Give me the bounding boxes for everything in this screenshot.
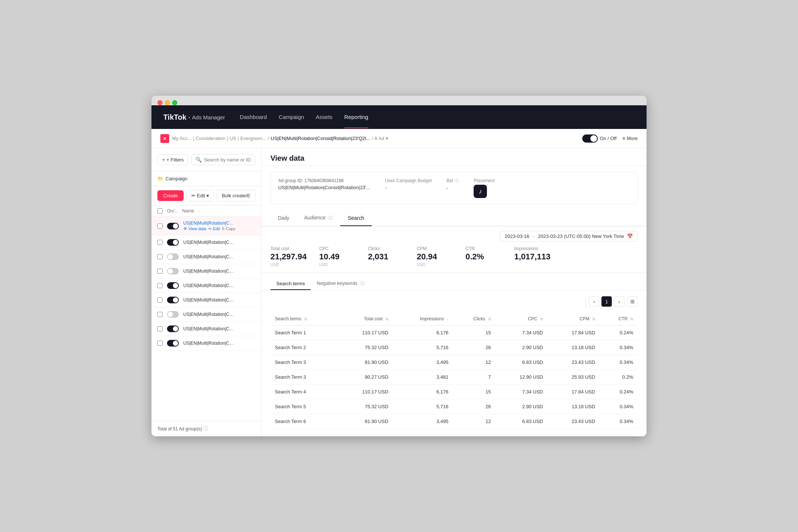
- row-toggle[interactable]: [167, 282, 179, 289]
- col-header-clicks: Clicks ⇅: [453, 313, 495, 325]
- list-item: US|EN|Multi|Rotation|ConsidF: [151, 264, 261, 279]
- breadcrumb-dropdown-button[interactable]: ▾: [386, 136, 388, 141]
- ad-group-name[interactable]: US|EN|Multi|Rotation|ConsidF: [183, 297, 235, 303]
- search-input[interactable]: [204, 157, 251, 163]
- filters-label: + Filters: [167, 157, 184, 163]
- close-traffic-light[interactable]: [157, 100, 163, 105]
- row-checkbox[interactable]: [157, 269, 163, 274]
- nav-campaign[interactable]: Campaign: [279, 106, 304, 128]
- create-button[interactable]: Create: [157, 190, 184, 201]
- sort-cpm-icon[interactable]: ⇅: [592, 317, 595, 321]
- bid-value: -: [447, 185, 459, 191]
- list-item: US|EN|Multi|Rotation|ConsidF: [151, 336, 261, 351]
- row-checkbox[interactable]: [157, 254, 163, 259]
- cell-clicks-6: 12: [453, 414, 495, 429]
- select-all-checkbox[interactable]: [157, 208, 163, 214]
- on-off-toggle[interactable]: [582, 134, 598, 143]
- list-item: US|EN|Multi|Rotation|ConsidF: [151, 235, 261, 250]
- next-page-button[interactable]: ›: [614, 296, 624, 307]
- row-checkbox[interactable]: [157, 341, 163, 346]
- row-checkbox[interactable]: [157, 326, 163, 331]
- row-checkbox[interactable]: [157, 297, 163, 303]
- cell-cpm-6: 23.43 USD: [548, 414, 600, 429]
- ad-group-cell: US|EN|Multi|Rotation|ConsidF: [183, 283, 255, 288]
- date-range[interactable]: 2023-03-16 ~ 2023-03-23 (UTC-05:00) New …: [500, 231, 638, 242]
- placement-block: Placement ♪: [474, 178, 495, 198]
- breadcrumb-current: US|EN|Multi|Rotation|Consid|Rotation|23'…: [271, 136, 371, 141]
- row-checkbox[interactable]: [157, 283, 163, 288]
- row-checkbox[interactable]: [157, 224, 163, 229]
- tab-search-terms[interactable]: Search terms: [270, 278, 311, 290]
- ad-group-name[interactable]: US|EN|Multi|Rotation|ConsidF: [183, 269, 235, 274]
- sort-search-terms-icon[interactable]: ⇅: [304, 317, 307, 321]
- ad-group-info-block: Ad group ID: 1760640369841186 US|EN|Mult…: [278, 178, 370, 190]
- edit-button[interactable]: ✏ Edit ▾: [187, 190, 214, 201]
- cell-impressions-3: 3,481: [393, 370, 453, 385]
- metric-ctr: CTR 0.2%: [466, 246, 502, 267]
- ad-group-rows: US|EN|Multi|Rotation|ConsidF 👁 View data…: [151, 217, 261, 421]
- row-checkbox[interactable]: [157, 312, 163, 317]
- sort-impressions-icon[interactable]: ↓: [447, 317, 449, 321]
- logo-dot: ·: [188, 113, 191, 122]
- ad-group-name[interactable]: US|EN|Multi|Rotation|ConsidF: [183, 341, 235, 346]
- more-button[interactable]: ≡ More: [623, 136, 638, 141]
- metric-cpc-sub: USD: [319, 262, 356, 267]
- row-toggle[interactable]: [167, 223, 179, 229]
- search-container: 🔍: [191, 154, 255, 165]
- list-item: US|EN|Multi|Rotation|ConsidF 👁 View data…: [151, 217, 261, 235]
- minimize-traffic-light[interactable]: [165, 100, 170, 105]
- ad-group-name[interactable]: US|EN|Multi|Rotation|ConsidF: [183, 312, 235, 317]
- cell-cost-1: 75.32 USD: [336, 340, 393, 355]
- row-toggle[interactable]: [167, 325, 179, 332]
- bulk-button[interactable]: Bulk create/E: [217, 190, 255, 201]
- ad-group-name[interactable]: US|EN|Multi|Rotation|ConsidF: [183, 240, 235, 245]
- cell-cpm-4: 17.84 USD: [548, 385, 600, 399]
- col-search-terms-label: Search terms: [275, 316, 301, 321]
- breadcrumb-sep-3: |: [238, 136, 239, 141]
- sort-total-cost-icon[interactable]: ⇅: [385, 317, 388, 321]
- edit-link[interactable]: ✏ Edit: [208, 226, 220, 231]
- row-toggle[interactable]: [167, 253, 179, 260]
- cell-search-term-1: Search Term 2: [270, 340, 336, 355]
- ad-group-name[interactable]: US|EN|Multi|Rotation|ConsidF: [183, 254, 235, 259]
- breadcrumb-sep-5: /: [372, 136, 373, 141]
- sort-ctr-icon[interactable]: ⇅: [630, 317, 633, 321]
- metric-clicks: Clicks 2,031: [368, 246, 405, 267]
- copy-link[interactable]: ⎘ Copy: [222, 226, 235, 231]
- prev-page-button[interactable]: ‹: [589, 296, 599, 307]
- campaign-section: 📁 Campaign: [151, 171, 261, 186]
- row-toggle[interactable]: [167, 297, 179, 303]
- filters-button[interactable]: + + Filters: [157, 154, 188, 165]
- view-data-link[interactable]: 👁 View data: [183, 226, 206, 231]
- nav-dashboard[interactable]: Dashboard: [240, 106, 267, 128]
- tab-audience[interactable]: Audience ⓘ: [297, 210, 340, 226]
- left-panel: + + Filters 🔍 📁 Campaign Create: [151, 148, 262, 436]
- row-toggle[interactable]: [167, 239, 179, 246]
- sort-cpc-icon[interactable]: ⇅: [540, 317, 543, 321]
- ad-group-name[interactable]: US|EN|Multi|Rotation|ConsidF: [183, 283, 235, 288]
- row-toggle[interactable]: [167, 340, 179, 347]
- row-toggle[interactable]: [167, 268, 179, 274]
- export-button[interactable]: ⊞: [627, 296, 638, 307]
- cell-search-term-3: Search Term 3: [270, 370, 336, 385]
- row-toggle[interactable]: [167, 311, 179, 318]
- fullscreen-traffic-light[interactable]: [172, 100, 177, 105]
- row-checkbox[interactable]: [157, 240, 163, 245]
- sort-clicks-icon[interactable]: ⇅: [488, 317, 491, 321]
- tab-negative-keywords[interactable]: Negative keywords ⓘ: [311, 277, 370, 290]
- toggle-label: On / Off: [600, 136, 617, 141]
- metric-impressions-value: 1,017,113: [514, 252, 551, 262]
- audience-info-icon: ⓘ: [328, 215, 333, 221]
- close-button[interactable]: ✕: [160, 134, 169, 143]
- tab-search[interactable]: Search: [340, 211, 371, 226]
- metric-cpm: CPM 20.94 USD: [417, 246, 454, 267]
- ad-group-name[interactable]: US|EN|Multi|Rotation|ConsidF: [183, 326, 235, 331]
- ad-group-cell: US|EN|Multi|Rotation|ConsidF: [183, 297, 255, 303]
- top-nav: TikTok · Ads Manager Dashboard Campaign …: [151, 105, 647, 129]
- ad-group-name[interactable]: US|EN|Multi|Rotation|ConsidF: [183, 221, 235, 226]
- cell-search-term-5: Search Term 5: [270, 399, 336, 414]
- nav-assets[interactable]: Assets: [316, 106, 332, 128]
- nav-reporting[interactable]: Reporting: [344, 106, 368, 128]
- page-1-button[interactable]: 1: [601, 296, 612, 307]
- tab-daily[interactable]: Daily: [270, 211, 297, 226]
